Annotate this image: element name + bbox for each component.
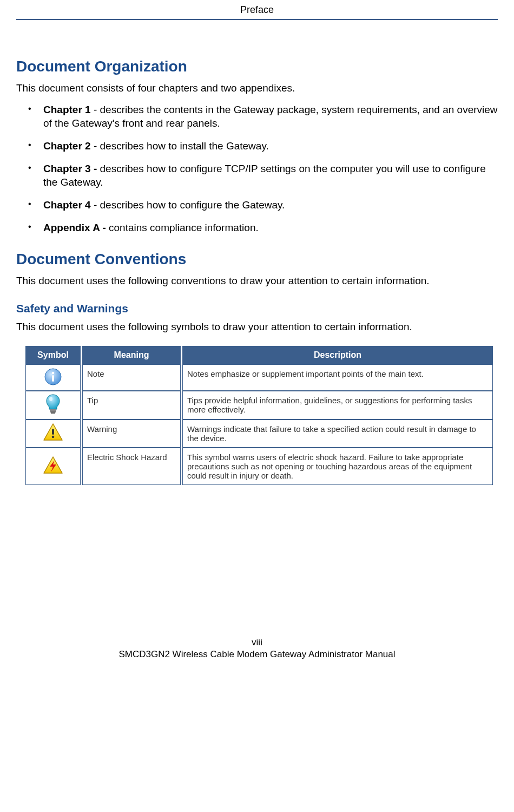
svg-point-8: [52, 436, 55, 438]
chapter-label: Chapter 4: [43, 199, 91, 211]
description-cell: Notes emphasize or supplement important …: [182, 364, 493, 391]
chapter-text: - describes how to install the Gateway.: [91, 140, 269, 152]
warning-icon: [42, 423, 64, 444]
table-row: Note Notes emphasize or supplement impor…: [25, 364, 493, 391]
conv-intro: This document uses the following convent…: [16, 274, 498, 288]
heading-safety-warnings: Safety and Warnings: [16, 302, 498, 315]
org-intro: This document consists of four chapters …: [16, 82, 498, 95]
page-number: viii: [16, 637, 498, 649]
manual-title: SMCD3GN2 Wireless Cable Modem Gateway Ad…: [16, 649, 498, 660]
chapter-text: - describes the contents in the Gateway …: [43, 104, 498, 129]
chapter-text: - describes how to configure the Gateway…: [91, 199, 285, 211]
table-row: Warning Warnings indicate that failure t…: [25, 420, 493, 448]
svg-rect-5: [51, 412, 55, 414]
chapter-label: Chapter 1: [43, 104, 91, 115]
svg-point-1: [52, 371, 55, 374]
meaning-cell: Tip: [82, 391, 181, 420]
description-cell: Warnings indicate that failure to take a…: [182, 420, 493, 448]
svg-rect-7: [52, 429, 54, 435]
symbol-cell: [25, 364, 81, 391]
chapter-text: describes how to configure TCP/IP settin…: [43, 163, 486, 188]
chapter-list: Chapter 1 - describes the contents in th…: [16, 103, 498, 234]
heading-document-conventions: Document Conventions: [16, 251, 498, 268]
list-item: Appendix A - contains compliance informa…: [28, 221, 498, 235]
chapter-label: Chapter 2: [43, 140, 91, 152]
svg-rect-2: [52, 375, 54, 382]
svg-rect-4: [50, 411, 56, 412]
meaning-cell: Note: [82, 364, 181, 391]
symbol-cell: [25, 448, 81, 485]
th-description: Description: [182, 346, 493, 364]
description-cell: This symbol warns users of electric shoc…: [182, 448, 493, 485]
heading-document-organization: Document Organization: [16, 58, 498, 75]
tip-icon: [44, 394, 62, 417]
table-row: Electric Shock Hazard This symbol warns …: [25, 448, 493, 485]
header-rule: [16, 19, 498, 20]
page-header-title: Preface: [16, 0, 498, 19]
info-icon: [43, 367, 63, 388]
chapter-label: Appendix A -: [43, 222, 106, 233]
table-row: Tip Tips provide helpful information, gu…: [25, 391, 493, 420]
symbols-table: Symbol Meaning Description: [24, 346, 495, 485]
th-symbol: Symbol: [25, 346, 81, 364]
list-item: Chapter 4 - describes how to configure t…: [28, 198, 498, 212]
description-cell: Tips provide helpful information, guidel…: [182, 391, 493, 420]
th-meaning: Meaning: [82, 346, 181, 364]
svg-point-6: [49, 397, 52, 401]
page-footer: viii SMCD3GN2 Wireless Cable Modem Gatew…: [16, 637, 498, 671]
list-item: Chapter 3 - describes how to configure T…: [28, 162, 498, 189]
chapter-label: Chapter 3 -: [43, 163, 97, 174]
chapter-text: contains compliance information.: [106, 222, 259, 233]
list-item: Chapter 2 - describes how to install the…: [28, 139, 498, 153]
list-item: Chapter 1 - describes the contents in th…: [28, 103, 498, 130]
symbol-cell: [25, 391, 81, 420]
meaning-cell: Warning: [82, 420, 181, 448]
meaning-cell: Electric Shock Hazard: [82, 448, 181, 485]
safety-intro: This document uses the following symbols…: [16, 320, 498, 334]
electric-shock-icon: [42, 456, 64, 477]
svg-rect-3: [50, 409, 56, 411]
symbol-cell: [25, 420, 81, 448]
